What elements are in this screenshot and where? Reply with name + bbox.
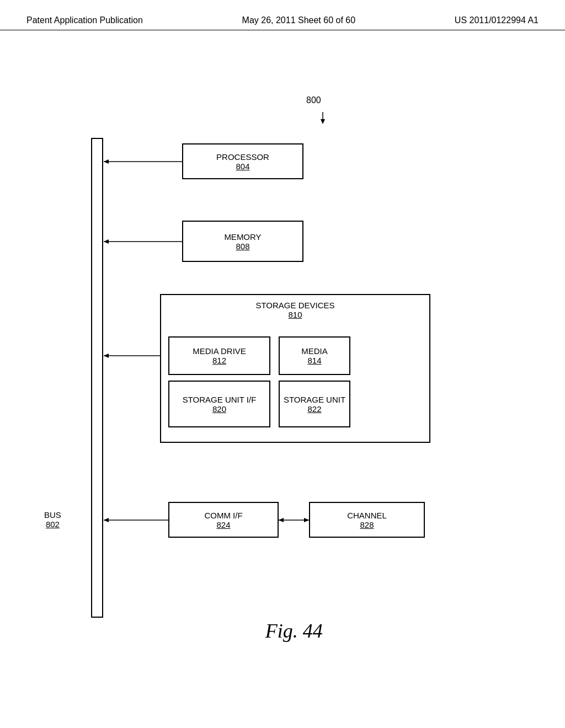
bus-label: BUS 802: [44, 510, 61, 529]
media-box: MEDIA 814: [279, 336, 350, 375]
svg-marker-3: [104, 159, 109, 164]
header-patent-number: US 2011/0122994 A1: [455, 15, 539, 25]
header-date-sheet: May 26, 2011 Sheet 60 of 60: [242, 15, 355, 25]
svg-marker-1: [321, 119, 325, 124]
channel-box: CHANNEL 828: [309, 502, 425, 538]
page-header: Patent Application Publication May 26, 2…: [0, 0, 565, 30]
processor-box: PROCESSOR 804: [182, 143, 303, 179]
storage-if-box: STORAGE UNIT I/F 820: [168, 381, 270, 427]
svg-marker-5: [104, 239, 109, 244]
comm-if-box: COMM I/F 824: [168, 502, 279, 538]
label-800: 800: [306, 95, 321, 105]
fig-label: Fig. 44: [265, 619, 323, 643]
bus-bar: [91, 138, 103, 618]
header-publication: Patent Application Publication: [26, 15, 143, 25]
media-drive-box: MEDIA DRIVE 812: [168, 336, 270, 375]
svg-marker-7: [104, 354, 109, 358]
diagram-area: 800 BUS 802 PROCESSOR 804 MEMORY 808 STO…: [0, 30, 565, 714]
svg-marker-9: [104, 518, 109, 522]
svg-marker-11: [304, 518, 309, 522]
memory-box: MEMORY 808: [182, 221, 303, 262]
storage-unit-box: STORAGE UNIT 822: [279, 381, 350, 427]
svg-marker-12: [279, 518, 284, 522]
